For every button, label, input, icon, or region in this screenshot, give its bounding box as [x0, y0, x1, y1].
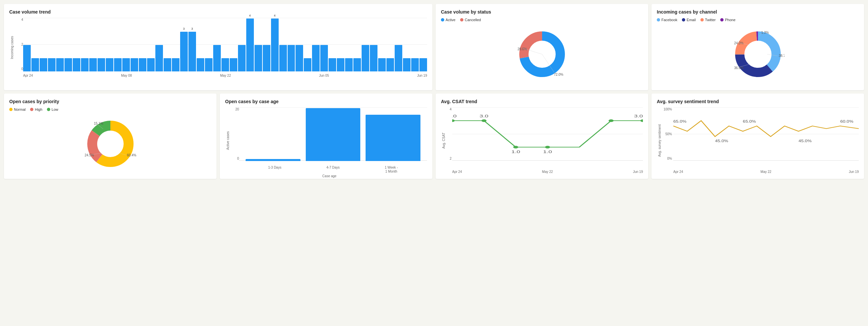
trend-bar-18 [172, 58, 180, 71]
x-tick-may08: May 08 [121, 74, 132, 77]
svg-text:60.0%: 60.0% [840, 120, 854, 123]
phone-label: Phone [725, 18, 736, 22]
trend-bar-23 [213, 45, 221, 71]
age-y-label: Active cases [226, 131, 230, 150]
csat-x-jun19: Jun 19 [633, 170, 643, 174]
y-tick-0: 0 [16, 67, 23, 71]
channel-legend: Facebook Email Twitter Phone [657, 18, 859, 22]
sentiment-y-100: 100% [663, 108, 672, 111]
trend-bar-6 [73, 58, 80, 71]
trend-bar-11 [114, 58, 122, 71]
priority-donut-svg: 60.4% 24.5% 15.1% [84, 117, 137, 170]
csat-y-4: 4 [447, 108, 452, 111]
channel-donut-container: 38.7% 36.0% 24.0% 1.3% [657, 25, 859, 84]
priority-245-label: 24.5% [85, 153, 94, 157]
sentiment-x-may22: May 22 [761, 170, 772, 174]
email-dot [682, 18, 685, 22]
sentiment-title: Avg. survey sentiment trend [657, 99, 859, 104]
age-bar-1week-bar [366, 115, 421, 161]
trend-bar-40 [353, 58, 361, 71]
trend-bar-26 [238, 45, 246, 71]
y-tick-4: 4 [16, 18, 23, 22]
svg-text:3.0: 3.0 [452, 114, 457, 118]
svg-point-26 [609, 119, 614, 122]
svg-text:65.0%: 65.0% [673, 120, 686, 123]
sentiment-y-0: 0% [663, 157, 672, 160]
channel-360-label: 36.0% [734, 66, 743, 70]
sentiment-y-50: 50% [663, 132, 672, 136]
trend-bar-27: 4 [246, 19, 254, 71]
avg-csat-card: Avg. CSAT trend Avg. CSAT 4 2 [436, 94, 648, 179]
legend-email: Email [682, 18, 696, 22]
sentiment-x-apr24: Apr 24 [673, 170, 683, 174]
trend-bar-7 [81, 58, 89, 71]
svg-text:45.0%: 45.0% [715, 139, 728, 143]
svg-point-18 [452, 119, 455, 122]
channel-387-label: 38.7% [779, 54, 784, 58]
trend-bar-21 [197, 58, 204, 71]
trend-bar-28 [254, 45, 262, 71]
trend-bar-25 [230, 58, 237, 71]
trend-bar-45 [395, 45, 402, 71]
twitter-dot [701, 18, 704, 22]
age-title: Open cases by case age [225, 99, 427, 104]
trend-bar-13 [130, 58, 138, 71]
trend-bar-34 [304, 58, 311, 71]
csat-title: Avg. CSAT trend [441, 99, 643, 104]
x-tick-jun19: Jun 19 [417, 74, 427, 77]
trend-bar-39 [345, 58, 353, 71]
legend-phone: Phone [720, 18, 736, 22]
email-label: Email [686, 18, 696, 22]
active-dot [441, 18, 444, 22]
svg-point-24 [545, 146, 550, 148]
cancelled-dot [460, 18, 463, 22]
trend-bar-31 [279, 45, 287, 71]
normal-label: Normal [14, 108, 26, 112]
y-tick-2: 2 [16, 43, 23, 46]
trend-bar-20: 3 [188, 32, 196, 71]
trend-bar-47 [411, 58, 419, 71]
bar-value-label-30: 4 [274, 14, 276, 17]
csat-y-label: Avg. CSAT [442, 132, 445, 149]
trend-bar-48 [420, 58, 427, 71]
age-x-1-3: 1-3 Days [246, 166, 304, 174]
trend-bar-15 [147, 58, 155, 71]
trend-bar-29 [263, 45, 270, 71]
age-x-4-7: 4-7 Days [304, 166, 362, 174]
age-y-20: 20 [232, 108, 239, 111]
svg-text:65.0%: 65.0% [743, 120, 756, 123]
svg-point-27 [640, 119, 643, 122]
trend-bar-35 [312, 45, 320, 71]
x-tick-jun05: Jun 05 [319, 74, 329, 77]
sentiment-svg: 65.0% 45.0% 65.0% 60.0% 45.0% [673, 108, 859, 160]
trend-bar-4 [56, 58, 64, 71]
bar-value-label-27: 4 [249, 14, 251, 17]
svg-point-22 [513, 146, 518, 148]
legend-high: High [30, 108, 42, 112]
case-volume-trend-title: Case volume trend [9, 9, 427, 14]
age-bar-1-3-bar [246, 159, 301, 161]
trend-bar-0 [23, 45, 31, 71]
age-bar-1-3 [246, 159, 301, 161]
high-label: High [35, 108, 42, 112]
sentiment-x-jun19: Jun 19 [849, 170, 859, 174]
status-legend: Active Cancelled [441, 18, 643, 22]
trend-bar-41 [362, 45, 369, 71]
normal-dot [9, 108, 12, 111]
trend-bar-24 [221, 58, 229, 71]
facebook-label: Facebook [661, 18, 677, 22]
trend-bar-10 [106, 58, 113, 71]
priority-title: Open cases by priority [9, 99, 211, 104]
age-x-axis: 1-3 Days 4-7 Days 1 Week -1 Month [239, 166, 427, 174]
svg-text:45.0%: 45.0% [799, 139, 812, 143]
avg-sentiment-card: Avg. survey sentiment trend Avg. survey … [651, 94, 864, 179]
legend-low: Low [47, 108, 58, 112]
svg-text:1.0: 1.0 [543, 150, 552, 154]
priority-151-label: 15.1% [94, 122, 103, 125]
trend-bar-22 [205, 58, 213, 71]
channel-13-label: 1.3% [761, 31, 769, 34]
high-dot [30, 108, 33, 111]
open-cases-priority-card: Open cases by priority Normal High Low [4, 94, 217, 179]
csat-y-2: 2 [447, 157, 452, 160]
cancelled-label: Cancelled [465, 18, 481, 22]
